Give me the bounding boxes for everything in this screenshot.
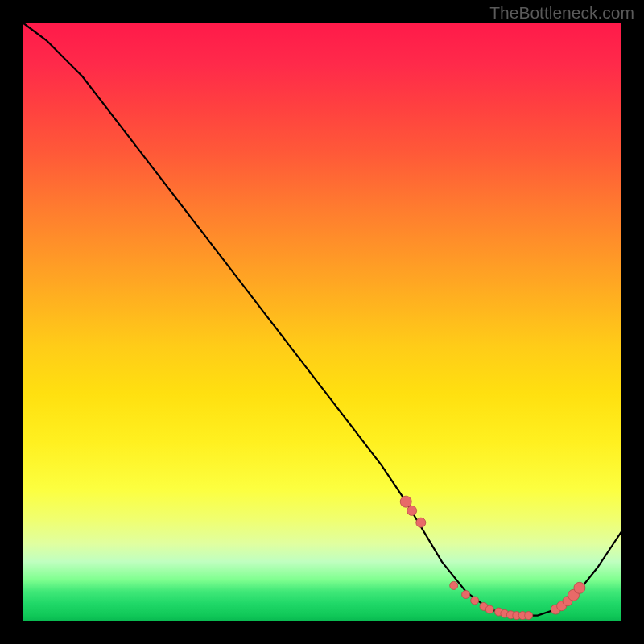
- chart-plot-area: [23, 23, 621, 621]
- watermark-text: TheBottleneck.com: [489, 3, 634, 23]
- highlight-dot: [574, 582, 585, 593]
- bottleneck-curve: [23, 23, 621, 616]
- highlight-dots-group: [400, 496, 585, 619]
- highlight-dot: [462, 591, 470, 599]
- highlight-dot: [400, 496, 411, 507]
- highlight-dot: [416, 518, 426, 527]
- highlight-dot: [485, 605, 493, 613]
- chart-svg: [23, 23, 621, 621]
- highlight-dot: [407, 506, 417, 515]
- highlight-dot: [471, 597, 479, 605]
- highlight-dot: [525, 612, 533, 620]
- highlight-dot: [450, 581, 458, 589]
